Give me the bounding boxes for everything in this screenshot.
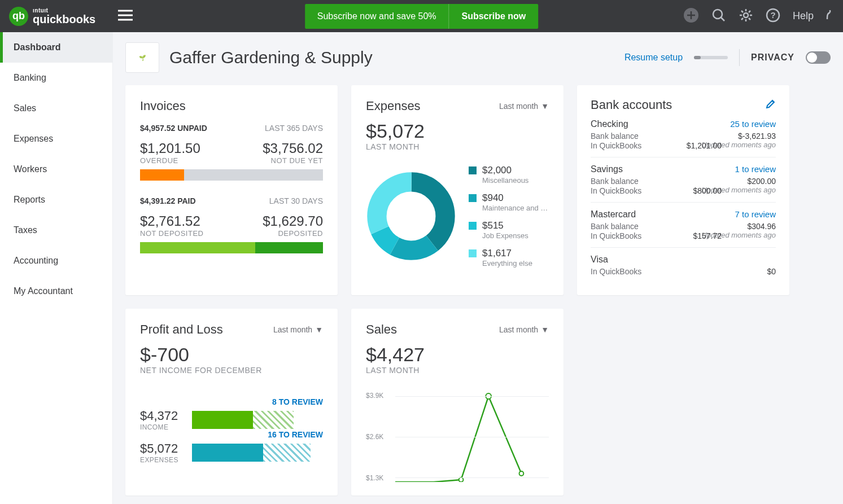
expenses-total: $5,072 [366, 120, 549, 142]
pl-expenses-review-link[interactable]: 16 TO REVIEW [268, 430, 323, 439]
invoices-notdep-label: NOT DEPOSITED [140, 229, 203, 238]
sales-line-chart: $3.9K $2.6K $1.3K [366, 392, 549, 482]
sidebar-item-accounting[interactable]: Accounting [0, 246, 112, 276]
pl-income-amount: $4,372 [140, 409, 184, 423]
qb-balance-label: In QuickBooks [591, 186, 641, 195]
resume-setup-link[interactable]: Resume setup [624, 52, 683, 63]
expenses-card: Expenses Last month ▼ $5,072 LAST MONTH [351, 85, 564, 295]
quickbooks-logo[interactable]: qb ıntuıt quickbooks [9, 7, 95, 26]
sidebar-item-label: Expenses [14, 134, 53, 143]
sidebar-item-taxes[interactable]: Taxes [0, 215, 112, 246]
sidebar-item-banking[interactable]: Banking [0, 63, 112, 93]
invoices-unpaid-period: LAST 365 DAYS [265, 124, 323, 133]
topbar-right: ? Help [683, 7, 834, 25]
legend-swatch [469, 194, 477, 202]
expenses-sublabel: LAST MONTH [366, 142, 549, 151]
legend-label: Maintenance and … [482, 204, 548, 212]
sidebar-item-my-accountant[interactable]: My Accountant [0, 276, 112, 306]
logo-intuit: ıntuıt [33, 8, 95, 14]
profit-loss-card: Profit and Loss Last month ▼ $-700 NET I… [125, 309, 338, 496]
sidebar-item-label: My Accountant [14, 286, 73, 296]
bank-account-mastercard[interactable]: Mastercard7 to review Bank balance$304.9… [591, 203, 776, 248]
sidebar-item-label: Accounting [14, 256, 58, 265]
invoices-overdue-label: OVERDUE [140, 156, 200, 165]
promo-cta[interactable]: Subscribe now [449, 4, 539, 29]
legend-value: $515 [482, 220, 528, 231]
invoices-paid-bar [140, 242, 323, 253]
invoices-paid-period: LAST 30 DAYS [269, 196, 323, 205]
pl-net: $-700 [140, 344, 323, 366]
invoices-card: Invoices $4,957.52 UNPAID LAST 365 DAYS … [125, 85, 338, 295]
qb-balance-value: $0 [767, 267, 776, 276]
bank-review-link[interactable]: 25 to review [730, 119, 776, 129]
help-link[interactable]: Help [793, 10, 814, 22]
qb-balance-value: $1,201.00 [687, 141, 722, 150]
chevron-down-icon: ▼ [541, 325, 549, 334]
pl-expenses-label: EXPENSES [140, 456, 184, 464]
sidebar-item-dashboard[interactable]: Dashboard [0, 32, 112, 63]
header-separator [739, 49, 740, 66]
invoices-dep-label: DEPOSITED [278, 229, 323, 238]
bank-account-checking[interactable]: Checking25 to review Bank balance$-3,621… [591, 112, 776, 157]
topbar: qb ıntuıt quickbooks Subscribe now and s… [0, 0, 843, 32]
sidebar-item-expenses[interactable]: Expenses [0, 124, 112, 154]
period-label: Last month [499, 325, 538, 334]
card-title: Sales [366, 322, 397, 337]
y-tick: $1.3K [366, 474, 392, 482]
logo-name: quickbooks [33, 14, 95, 25]
bank-account-savings[interactable]: Savings1 to review Bank balance$200.00Up… [591, 157, 776, 203]
legend-value: $940 [482, 192, 548, 204]
pencil-icon[interactable] [766, 99, 776, 111]
invoices-notdue-label: NOT DUE YET [271, 156, 323, 165]
sidebar-item-reports[interactable]: Reports [0, 185, 112, 215]
legend-swatch [469, 222, 477, 230]
main-content: 🌱 Gaffer Gardening & Supply Resume setup… [113, 32, 843, 504]
card-title: Profit and Loss [140, 322, 223, 337]
help-icon[interactable]: ? [766, 8, 780, 25]
legend-swatch [469, 166, 477, 174]
privacy-toggle[interactable] [806, 51, 831, 64]
legend-label: Job Expenses [482, 231, 528, 240]
chevron-down-icon: ▼ [541, 102, 549, 111]
expenses-period-select[interactable]: Last month ▼ [499, 102, 549, 111]
sidebar-item-label: Taxes [14, 225, 37, 235]
legend-swatch [469, 249, 477, 257]
sales-card: Sales Last month ▼ $4,427 LAST MONTH $3.… [351, 309, 564, 496]
y-tick: $3.9K [366, 392, 392, 400]
svg-point-9 [459, 477, 464, 482]
bank-balance-value: $-3,621.93 [738, 132, 776, 141]
bank-review-link[interactable]: 1 to review [735, 164, 776, 174]
svg-point-2 [744, 13, 748, 17]
page-header: 🌱 Gaffer Gardening & Supply Resume setup… [125, 42, 831, 73]
sidebar: Dashboard Banking Sales Expenses Workers… [0, 32, 113, 504]
bank-account-visa[interactable]: Visa In QuickBooks$0 [591, 248, 776, 283]
card-title: Invoices [140, 99, 323, 113]
bank-balance-value: $304.96 [747, 222, 776, 231]
promo-text: Subscribe now and save 50% [305, 11, 449, 21]
promo-banner[interactable]: Subscribe now and save 50% Subscribe now [305, 4, 539, 29]
invoices-unpaid-bar [140, 169, 323, 181]
hamburger-menu-icon[interactable] [118, 10, 133, 23]
bell-icon[interactable] [826, 8, 834, 25]
invoices-notdep-amount: $2,761.52 [140, 213, 203, 229]
pl-income-review-link[interactable]: 8 TO REVIEW [272, 397, 323, 406]
company-avatar[interactable]: 🌱 [125, 42, 159, 73]
legend-label: Everything else [482, 259, 532, 268]
svg-point-11 [519, 471, 524, 476]
gear-icon[interactable] [739, 8, 753, 25]
pl-income-row: $4,372 INCOME 8 TO REVIEW [140, 409, 323, 431]
bank-review-link[interactable]: 7 to review [735, 209, 776, 219]
legend-item: $515Job Expenses [469, 220, 548, 240]
sidebar-item-sales[interactable]: Sales [0, 93, 112, 124]
sidebar-item-workers[interactable]: Workers [0, 154, 112, 185]
bank-name: Checking [591, 119, 628, 129]
pl-expenses-row: $5,072 EXPENSES 16 TO REVIEW [140, 441, 323, 464]
add-icon[interactable] [683, 7, 699, 25]
sidebar-item-label: Banking [14, 73, 46, 82]
pl-period-select[interactable]: Last month ▼ [273, 325, 323, 334]
chevron-down-icon: ▼ [315, 325, 323, 334]
legend-value: $2,000 [482, 165, 528, 176]
search-icon[interactable] [711, 8, 726, 25]
sales-period-select[interactable]: Last month ▼ [499, 325, 549, 334]
qb-balance-value: $157.72 [693, 231, 722, 240]
